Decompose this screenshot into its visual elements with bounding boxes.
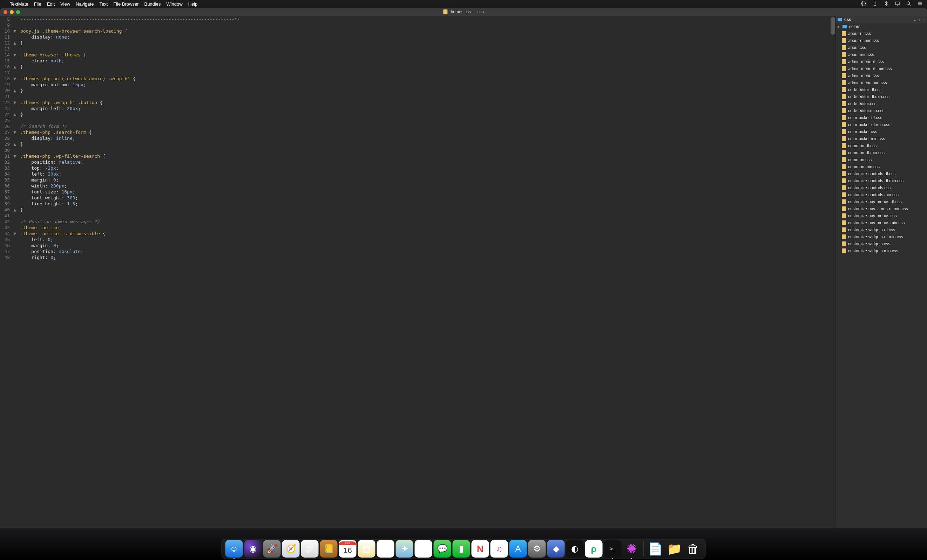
dock-app-contacts[interactable]: 📒 [320, 540, 337, 557]
menu-help[interactable]: Help [188, 2, 198, 7]
line-number[interactable]: 33 [0, 165, 17, 171]
line-number-gutter[interactable]: 8 9 10 ▼11 12 ▲13 14 ▼15 16 ▲17 18 ▼19 2… [0, 16, 18, 552]
code-line[interactable]: top: -2px; [20, 165, 835, 171]
code-line[interactable]: margin-bottom: 15px; [20, 82, 835, 88]
menu-view[interactable]: View [60, 2, 70, 7]
line-number[interactable]: 16 ▲ [0, 64, 17, 70]
line-number[interactable]: 47 [0, 249, 17, 254]
line-number[interactable]: 20 ▲ [0, 88, 17, 94]
code-line[interactable] [20, 147, 835, 153]
line-number[interactable]: 18 ▼ [0, 76, 17, 82]
code-line[interactable] [20, 70, 835, 76]
dock-tray-document[interactable]: 📄 [646, 540, 664, 557]
dock-app-siri[interactable]: ◉ [245, 540, 262, 557]
file-row[interactable]: color-picker-rtl.css [836, 114, 927, 121]
file-row[interactable]: about-rtl.min.css [836, 37, 927, 44]
line-number[interactable]: 44 ▼ [0, 231, 17, 237]
file-row[interactable]: common-rtl.css [836, 142, 927, 149]
line-number[interactable]: 14 ▼ [0, 52, 17, 58]
code-line[interactable]: /* Search form */ [20, 123, 835, 129]
line-number[interactable]: 11 [0, 34, 17, 40]
dock-app-calendar[interactable]: SEP16 [339, 540, 357, 557]
dock-tray-trash[interactable]: 🗑 [684, 540, 702, 557]
line-number[interactable]: 48 [0, 254, 17, 260]
line-number[interactable]: 42 [0, 219, 17, 225]
line-number[interactable]: 17 [0, 70, 17, 76]
file-row[interactable]: customize-widgets.min.css [836, 247, 927, 254]
file-row[interactable]: customize-controls-rtl.css [836, 170, 927, 177]
line-number[interactable]: 12 ▲ [0, 40, 17, 46]
line-number[interactable]: 29 ▲ [0, 141, 17, 147]
file-browser-header[interactable]: css ⌄ ‹ › [836, 16, 927, 23]
folder-row[interactable]: ▶colors [836, 23, 927, 30]
code-line[interactable]: .themes-php .wrap h1 .button { [20, 100, 835, 105]
line-number[interactable]: 25 [0, 117, 17, 123]
code-line[interactable]: display: none; [20, 34, 835, 40]
file-row[interactable]: common.min.css [836, 163, 927, 170]
code-line[interactable]: position: relative; [20, 159, 835, 165]
line-number[interactable]: 9 [0, 22, 17, 28]
code-line[interactable]: line-height: 1.5; [20, 201, 835, 207]
dock-app-photos[interactable]: ✿ [415, 540, 432, 557]
menu-text[interactable]: Text [99, 2, 108, 7]
code-line[interactable] [20, 22, 835, 28]
editor-scrollbar-thumb[interactable] [831, 17, 835, 35]
code-line[interactable] [20, 213, 835, 219]
file-row[interactable]: code-editor-rtl.css [836, 86, 927, 93]
code-line[interactable]: width: 280px; [20, 183, 835, 189]
dock-app-app-dark[interactable]: ◐ [566, 540, 584, 557]
dock-app-facetime[interactable]: ▮ [453, 540, 470, 557]
file-row[interactable]: code-editor.min.css [836, 107, 927, 114]
file-row[interactable]: customize-controls-rtl.min.css [836, 177, 927, 184]
code-line[interactable]: left: 20px; [20, 171, 835, 177]
file-row[interactable]: about.css [836, 44, 927, 51]
file-row[interactable]: common-rtl.min.css [836, 149, 927, 156]
line-number[interactable]: 41 [0, 213, 17, 219]
code-line[interactable]: .theme .notice.is-dismissible { [20, 231, 835, 237]
line-number[interactable]: 31 ▼ [0, 153, 17, 159]
code-line[interactable]: .theme .notice, [20, 225, 835, 231]
code-line[interactable]: display: inline; [20, 135, 835, 141]
line-number[interactable]: 30 [0, 147, 17, 153]
file-row[interactable]: code-editor.css [836, 100, 927, 107]
file-row[interactable]: admin-menu.css [836, 72, 927, 79]
code-line[interactable]: .theme-browser .themes { [20, 52, 835, 58]
code-line[interactable]: font-weight: 300; [20, 195, 835, 201]
line-number[interactable]: 22 ▼ [0, 100, 17, 105]
line-number[interactable]: 23 [0, 105, 17, 111]
menu-edit[interactable]: Edit [47, 2, 55, 7]
code-line[interactable]: .themes-php .wp-filter-search { [20, 153, 835, 159]
dock-app-preferences[interactable]: ⚙ [528, 540, 546, 557]
dock-app-app-green[interactable]: ρ [585, 540, 603, 557]
code-line[interactable]: right: 0; [20, 254, 835, 260]
line-number[interactable]: 38 [0, 195, 17, 201]
line-number[interactable]: 10 ▼ [0, 28, 17, 34]
dock-app-news[interactable]: N [471, 540, 489, 557]
dock-app-app-blue[interactable]: ◆ [547, 540, 565, 557]
file-row[interactable]: customize-controls.min.css [836, 191, 927, 198]
code-line[interactable] [20, 94, 835, 100]
code-line[interactable]: position: absolute; [20, 249, 835, 254]
line-number[interactable]: 19 [0, 82, 17, 88]
code-content[interactable]: ----------------------------------------… [18, 16, 835, 552]
menu-bundles[interactable]: Bundles [144, 2, 161, 7]
file-row[interactable]: customize-nav-…nus-rtl.min.css [836, 205, 927, 212]
code-line[interactable]: } [20, 207, 835, 213]
file-row[interactable]: admin-menu-rtl.css [836, 58, 927, 65]
dock-app-safari[interactable]: 🧭 [282, 540, 300, 557]
dock-app-notes[interactable]: ▤ [358, 540, 375, 557]
file-row[interactable]: code-editor-rtl.min.css [836, 93, 927, 100]
line-number[interactable]: 45 [0, 237, 17, 243]
dock-app-appstore[interactable]: A [509, 540, 527, 557]
dock-app-terminal[interactable]: >_ [604, 540, 622, 557]
file-row[interactable]: color-picker.min.css [836, 135, 927, 142]
file-row[interactable]: customize-nav-menus-rtl.css [836, 198, 927, 205]
line-number[interactable]: 15 [0, 58, 17, 64]
control-center-icon[interactable] [917, 1, 923, 8]
line-number[interactable]: 26 [0, 123, 17, 129]
line-number[interactable]: 8 [0, 16, 17, 22]
close-button[interactable] [3, 10, 8, 14]
line-number[interactable]: 39 [0, 201, 17, 207]
dock-app-launchpad[interactable]: 🚀 [263, 540, 281, 557]
creative-cloud-icon[interactable] [861, 1, 867, 8]
